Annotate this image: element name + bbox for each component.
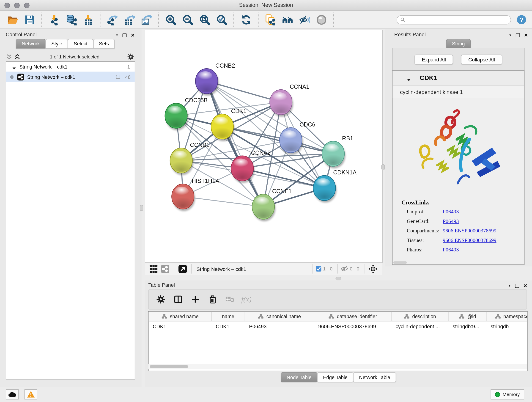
crosslink-link[interactable]: 9606.ENSP00000378699 <box>443 237 496 243</box>
network-canvas[interactable]: CCNB2 CCNA1 CDC25B CDK1 CDC6 RB1 <box>145 30 383 263</box>
zoom-in-button[interactable] <box>163 12 178 27</box>
detach-view-button[interactable] <box>178 264 187 274</box>
network-collection-row[interactable]: String Network – cdk1 1 <box>6 62 135 72</box>
cloud-button[interactable] <box>6 389 19 400</box>
export-table-button[interactable] <box>121 12 137 27</box>
tab-network[interactable]: Network <box>16 39 46 48</box>
expand-all-networks-button[interactable] <box>14 53 21 60</box>
table-panel-close-button[interactable]: ✕ <box>523 284 527 288</box>
network-node-CDKN1A[interactable]: CDKN1A <box>313 169 357 203</box>
delete-table-button[interactable] <box>223 293 237 306</box>
function-builder-button[interactable]: f(x) <box>241 295 252 304</box>
show-all-button[interactable] <box>313 12 329 27</box>
tab-edge-table[interactable]: Edge Table <box>317 372 353 382</box>
left-splitter-handle[interactable] <box>140 205 143 211</box>
help-button[interactable]: ? <box>516 15 526 25</box>
delete-column-icon <box>208 295 217 304</box>
table-panel-float-button[interactable] <box>515 284 519 288</box>
open-session-button[interactable] <box>5 12 20 27</box>
table-panel-menu-icon[interactable]: ▼ <box>508 284 511 288</box>
column-header-canonical-name[interactable]: canonical name <box>245 312 314 321</box>
collection-expander-icon[interactable] <box>12 65 16 68</box>
tab-select[interactable]: Select <box>68 39 93 48</box>
zoom-selected-button[interactable] <box>214 12 229 27</box>
save-session-button[interactable] <box>22 12 37 27</box>
create-network-from-selection-button[interactable] <box>263 12 278 27</box>
first-neighbors-button[interactable] <box>279 12 295 27</box>
results-panel-menu-icon[interactable]: ▼ <box>509 34 512 37</box>
collapse-all-button[interactable]: Collapse All <box>461 55 502 64</box>
table-scrollbar-thumb[interactable] <box>150 365 188 368</box>
column-header-at-id[interactable]: @id <box>449 312 487 321</box>
protein-entry-header[interactable]: CDK1 <box>393 70 524 86</box>
results-scrollbar-thumb[interactable] <box>393 261 407 264</box>
delete-column-button[interactable] <box>206 293 220 306</box>
crosslink-row: Compartments: 9606.ENSP00000378699 <box>401 228 524 234</box>
protein-entry-expander-icon[interactable] <box>407 77 411 80</box>
share-icon <box>160 264 170 274</box>
network-row-selected[interactable]: String Network – cdk1 11 48 <box>6 71 135 82</box>
expand-all-button[interactable]: Expand All <box>415 55 453 64</box>
export-image-button[interactable] <box>138 12 154 27</box>
import-network-from-database-button[interactable] <box>63 12 79 27</box>
network-node-CDK1[interactable]: CDK1 <box>211 108 246 141</box>
search-input[interactable] <box>407 17 507 22</box>
network-node-CCNE1[interactable]: CCNE1 <box>252 188 292 221</box>
tab-network-table[interactable]: Network Table <box>353 372 396 382</box>
crosslink-link[interactable]: P06493 <box>443 218 459 224</box>
memory-button[interactable]: Memory <box>491 389 524 400</box>
control-panel-close-button[interactable]: ✕ <box>131 34 135 37</box>
tab-node-table[interactable]: Node Table <box>281 372 317 382</box>
column-header-database-identifier[interactable]: database identifier <box>314 312 392 321</box>
network-node-CCNB2[interactable]: CCNB2 <box>196 62 235 96</box>
crosslink-link[interactable]: P06493 <box>443 247 459 253</box>
column-header-namespace[interactable]: namespace <box>487 312 528 321</box>
column-header-name[interactable]: name <box>212 312 245 321</box>
show-columns-button[interactable] <box>171 293 185 306</box>
table-cell: stringdb:9... <box>449 321 487 331</box>
network-node-RB1[interactable]: RB1 <box>322 135 353 168</box>
grid-view-button[interactable] <box>149 264 158 273</box>
search-field[interactable] <box>397 15 511 24</box>
crosslink-link[interactable]: P06493 <box>443 209 459 215</box>
hide-selection-button[interactable] <box>297 12 312 27</box>
control-panel-menu-icon[interactable]: ▼ <box>115 34 119 37</box>
birds-eye-view-button[interactable] <box>368 264 378 274</box>
control-panel-float-button[interactable] <box>123 33 127 37</box>
tab-style[interactable]: Style <box>46 39 68 48</box>
import-network-from-file-button[interactable] <box>46 12 62 27</box>
network-edge[interactable] <box>207 81 263 207</box>
bottom-splitter-handle[interactable] <box>336 277 341 280</box>
network-node-count: 11 <box>115 74 120 80</box>
network-node-CDC25B[interactable]: CDC25B <box>165 97 208 130</box>
add-column-button[interactable] <box>189 293 202 306</box>
export-network-button[interactable] <box>104 12 120 27</box>
collapse-all-networks-button[interactable] <box>6 53 13 60</box>
table-row[interactable]: CDK1CDK1P064939606.ENSP00000378699cyclin… <box>149 321 527 331</box>
column-header-shared-name[interactable]: shared name <box>149 312 212 321</box>
selected-checkbox-icon[interactable] <box>316 266 322 272</box>
network-node-HIST1H1A[interactable]: HIST1H1A <box>172 178 219 211</box>
zoom-out-button[interactable] <box>180 12 196 27</box>
hidden-eye-icon[interactable] <box>340 266 348 272</box>
tab-string[interactable]: String <box>446 39 470 48</box>
crosslink-label: Uniprot: <box>401 209 443 215</box>
column-header-description[interactable]: description <box>392 312 449 321</box>
warnings-button[interactable] <box>25 389 37 400</box>
refresh-view-button[interactable] <box>238 12 254 27</box>
results-panel-close-button[interactable]: ✕ <box>524 34 528 37</box>
network-selection-status: 1 of 1 Network selected <box>22 54 127 59</box>
network-node-CCNA1[interactable]: CCNA1 <box>270 83 309 117</box>
results-panel-float-button[interactable] <box>516 33 520 37</box>
table-options-gear-button[interactable] <box>154 293 167 306</box>
fit-content-button[interactable] <box>197 12 212 27</box>
right-splitter-handle[interactable] <box>381 164 385 170</box>
crosslink-link[interactable]: 9606.ENSP00000378699 <box>443 228 496 234</box>
tab-sets[interactable]: Sets <box>93 39 114 48</box>
network-share-icon <box>17 73 25 81</box>
table-cell: 9606.ENSP00000378699 <box>314 321 392 331</box>
network-list-options-gear-icon[interactable] <box>127 53 134 60</box>
network-node-CCNB1[interactable]: CCNB1 <box>170 142 210 175</box>
network-share-view-button[interactable] <box>160 264 170 274</box>
import-table-from-file-button[interactable] <box>80 12 95 27</box>
